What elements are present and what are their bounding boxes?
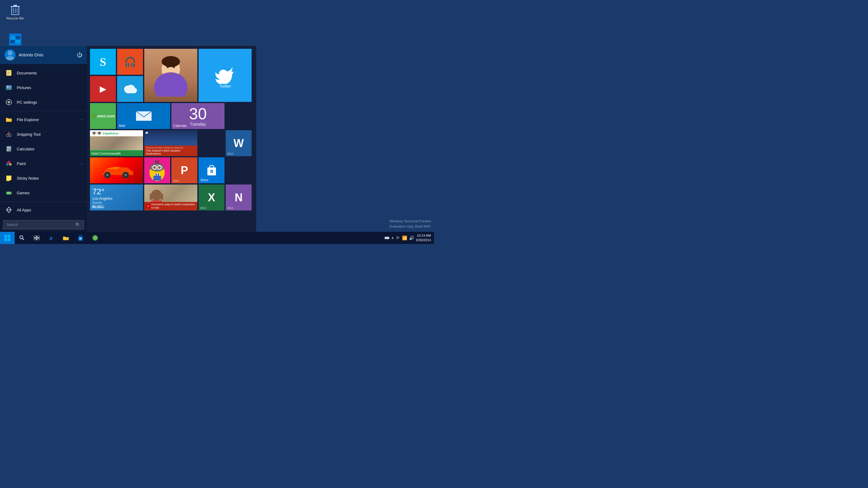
tile-news[interactable]: 🏔 Shared by Marci Share in WishList This… xyxy=(144,130,197,156)
news2-headline: Innovative ways to teach computers to ki… xyxy=(151,203,196,210)
file-explorer-icon xyxy=(5,115,13,124)
svg-rect-24 xyxy=(6,102,7,102)
svg-point-67 xyxy=(159,167,160,168)
svg-rect-72 xyxy=(158,174,159,177)
calculator-icon xyxy=(5,145,13,153)
svg-rect-86 xyxy=(34,236,36,238)
snipping-tool-icon xyxy=(5,130,13,139)
taskbar-left: e xyxy=(0,232,102,244)
recycle-bin-image xyxy=(9,3,21,15)
svg-rect-2 xyxy=(13,5,17,6)
menu-item-calculator[interactable]: Calculator xyxy=(0,142,87,156)
svg-point-51 xyxy=(154,72,188,97)
svg-line-29 xyxy=(9,132,10,134)
internet-explorer-button[interactable]: e xyxy=(44,232,59,244)
taskbar-store-button[interactable] xyxy=(73,232,88,244)
desktop: Recycle Bin Welcome to Tech Preview xyxy=(0,0,434,244)
user-header[interactable]: Antonio Onio ⏻ xyxy=(0,46,87,64)
all-apps-button[interactable]: All Apps xyxy=(0,202,87,218)
start-button[interactable] xyxy=(0,232,14,244)
menu-item-documents[interactable]: Documents xyxy=(0,66,87,80)
tile-word[interactable]: W 2013 xyxy=(226,130,252,156)
pictures-label: Pictures xyxy=(17,85,31,90)
tile-store[interactable]: Store xyxy=(198,157,224,183)
taskbar-clock[interactable]: 10:24 AM 9/30/2014 xyxy=(416,233,431,243)
tile-tripadvisor[interactable]: 👁️👁️ tripadvisor Hotel Commonwealth xyxy=(90,130,143,156)
search-bar[interactable]: 🔍 xyxy=(3,220,84,230)
taskbar-file-explorer-button[interactable] xyxy=(59,232,73,244)
svg-point-19 xyxy=(7,86,8,88)
recycle-bin-icon[interactable]: Recycle Bin xyxy=(3,3,27,20)
games-icon xyxy=(5,188,13,197)
svg-rect-37 xyxy=(10,150,11,151)
tile-news2[interactable]: ☰ Innovative ways to teach computers to … xyxy=(144,185,197,210)
svg-rect-22 xyxy=(8,99,9,100)
tiles-panel: S 🎧 xyxy=(87,46,256,232)
svg-point-95 xyxy=(94,236,97,240)
menu-item-sticky-notes[interactable]: Sticky Notes xyxy=(0,171,87,185)
weather-desc: Sunny xyxy=(92,201,141,204)
calendar-date: 30 xyxy=(189,106,207,122)
tile-mail[interactable]: Mail xyxy=(117,103,170,129)
tile-video[interactable]: ▶ xyxy=(90,76,116,102)
tile-onedrive[interactable] xyxy=(117,76,143,102)
tile-weather[interactable]: 72° Los Angeles Sunny 81°/62° Weather xyxy=(90,185,143,210)
menu-item-snipping-tool[interactable]: Snipping Tool xyxy=(0,127,87,142)
svg-point-54 xyxy=(162,56,180,67)
tile-lamborghini[interactable] xyxy=(90,157,143,183)
keyboard-icon[interactable]: ⌨️ xyxy=(384,236,390,240)
hotel-name: Hotel Commonwealth xyxy=(92,152,121,155)
menu-item-pc-settings[interactable]: PC settings xyxy=(0,95,87,110)
svg-point-12 xyxy=(8,51,12,56)
windows-logo-icon xyxy=(4,235,10,241)
volume-icon[interactable]: 🔊 xyxy=(409,236,414,240)
paint-icon xyxy=(5,159,13,168)
svg-line-75 xyxy=(158,160,159,164)
action-center-icon[interactable]: 🏳 xyxy=(396,236,400,240)
svg-rect-35 xyxy=(7,150,8,151)
task-view-button[interactable] xyxy=(29,232,44,244)
taskbar-xbox-button[interactable] xyxy=(88,232,102,244)
all-apps-icon xyxy=(5,206,13,214)
tile-skype[interactable]: S xyxy=(90,49,116,75)
svg-rect-82 xyxy=(150,194,152,200)
menu-item-file-explorer[interactable]: File Explorer › xyxy=(0,112,87,127)
tile-powerpoint[interactable]: P 2013 xyxy=(172,157,197,183)
network-icon[interactable]: 📶 xyxy=(402,236,407,240)
tile-twitter[interactable]: Twitter xyxy=(198,49,252,102)
menu-item-pictures[interactable]: Pictures xyxy=(0,80,87,95)
svg-point-61 xyxy=(150,164,164,171)
svg-rect-71 xyxy=(156,174,157,177)
svg-point-40 xyxy=(9,163,11,165)
taskbar-search-button[interactable] xyxy=(14,232,29,244)
pc-settings-icon xyxy=(5,98,13,106)
tile-excel[interactable]: X 2013 xyxy=(198,185,224,210)
weather-temp: 72° xyxy=(92,187,141,196)
tile-people[interactable] xyxy=(144,49,197,102)
start-menu-left-panel: Antonio Onio ⏻ Documents xyxy=(0,46,87,232)
svg-rect-31 xyxy=(7,147,11,148)
weather-city: Los Angeles xyxy=(92,196,141,201)
svg-rect-87 xyxy=(37,236,39,238)
menu-item-games[interactable]: Games xyxy=(0,185,87,200)
tile-music[interactable]: 🎧 xyxy=(117,49,143,75)
tile-calendar[interactable]: 30 Tuesday Calendar xyxy=(172,103,224,129)
show-hidden-icons-button[interactable]: ∧ xyxy=(391,236,394,240)
calendar-day: Tuesday xyxy=(190,122,206,127)
pictures-icon xyxy=(5,83,13,92)
tile-mint[interactable]: 🌿 mint.com xyxy=(90,103,116,129)
all-apps-label: All Apps xyxy=(17,208,31,212)
tile-onenote[interactable]: N 2013 xyxy=(226,185,252,210)
menu-items-list: Documents Pictures xyxy=(0,64,87,202)
svg-rect-10 xyxy=(10,36,15,40)
documents-label: Documents xyxy=(17,71,37,75)
menu-item-paint[interactable]: Paint › xyxy=(0,156,87,171)
paint-label: Paint xyxy=(17,161,26,166)
search-input[interactable] xyxy=(6,223,75,227)
power-button[interactable]: ⏻ xyxy=(77,52,82,58)
svg-point-58 xyxy=(106,174,109,177)
svg-point-59 xyxy=(124,174,127,177)
sticky-notes-icon xyxy=(5,174,13,182)
tile-minion[interactable] xyxy=(144,157,170,183)
taskbar: e xyxy=(0,232,434,244)
